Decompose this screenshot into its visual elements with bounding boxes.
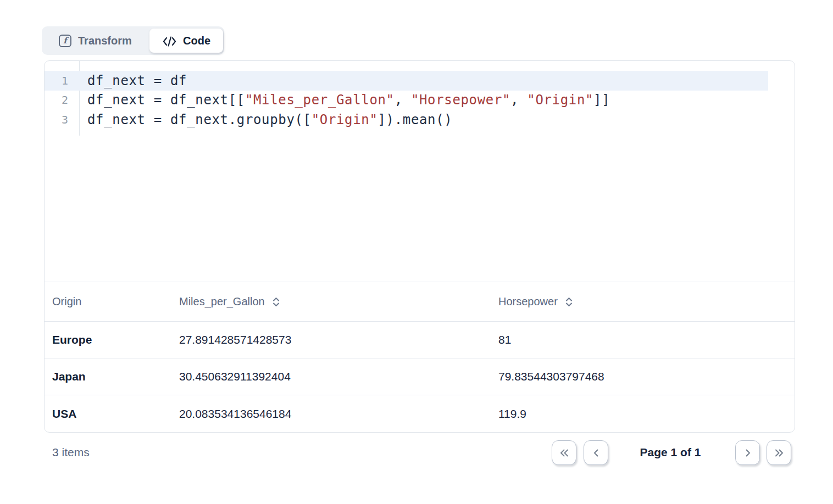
first-page-button[interactable] bbox=[552, 440, 576, 465]
table-row: USA20.083534136546184119.9 bbox=[45, 395, 795, 432]
column-label: Miles_per_Gallon bbox=[179, 295, 265, 308]
table-body: Europe27.89142857142857381Japan30.450632… bbox=[45, 322, 795, 432]
function-icon: f bbox=[59, 35, 71, 47]
column-label: Origin bbox=[52, 295, 81, 308]
code-line: 2df_next = df_next[["Miles_per_Gallon", … bbox=[45, 91, 795, 110]
code-line-text: df_next = df_next.groupby(["Origin"]).me… bbox=[79, 112, 452, 127]
code-line: 3df_next = df_next.groupby(["Origin"]).m… bbox=[45, 110, 795, 130]
tab-transform[interactable]: f Transform bbox=[42, 26, 132, 55]
column-header-horsepower: Horsepower bbox=[498, 295, 787, 308]
cell-miles-per-gallon: 30.450632911392404 bbox=[179, 370, 498, 383]
cell-origin: Europe bbox=[52, 333, 179, 346]
table-footer: 3 items Page 1 of 1 bbox=[44, 439, 795, 466]
tab-transform-label: Transform bbox=[78, 35, 132, 47]
cell-horsepower: 79.83544303797468 bbox=[498, 370, 787, 383]
cell-horsepower: 81 bbox=[498, 333, 787, 346]
code-line-text: df_next = df_next[["Miles_per_Gallon", "… bbox=[79, 92, 610, 108]
cell-origin: Japan bbox=[52, 370, 179, 383]
cell-miles-per-gallon: 20.083534136546184 bbox=[179, 407, 498, 421]
line-number: 2 bbox=[45, 93, 79, 107]
column-header-origin: Origin bbox=[52, 295, 179, 308]
page-indicator: Page 1 of 1 bbox=[595, 446, 746, 459]
transform-cell-panel: 1df_next = df2df_next = df_next[["Miles_… bbox=[44, 60, 795, 433]
code-line-text: df_next = df bbox=[79, 73, 187, 88]
table-header: Origin Miles_per_Gallon Horsepower bbox=[45, 282, 795, 322]
tab-code-label: Code bbox=[183, 35, 210, 47]
double-chevron-left-icon bbox=[559, 447, 570, 458]
sort-icon[interactable] bbox=[565, 296, 573, 307]
sort-icon[interactable] bbox=[272, 296, 280, 307]
items-count: 3 items bbox=[52, 446, 90, 459]
code-icon bbox=[162, 36, 177, 47]
line-number: 1 bbox=[45, 74, 79, 87]
tab-code[interactable]: Code bbox=[149, 29, 223, 53]
next-page-button[interactable] bbox=[735, 440, 760, 465]
code-editor[interactable]: 1df_next = df2df_next = df_next[["Miles_… bbox=[45, 61, 795, 282]
line-number: 3 bbox=[45, 113, 79, 126]
view-mode-tab-bar: f Transform Code bbox=[42, 26, 224, 55]
last-page-button[interactable] bbox=[767, 440, 791, 465]
cell-horsepower: 119.9 bbox=[498, 407, 787, 421]
table-row: Europe27.89142857142857381 bbox=[45, 322, 795, 359]
column-header-miles-per-gallon: Miles_per_Gallon bbox=[179, 295, 498, 308]
chevron-right-icon bbox=[742, 447, 753, 458]
cell-miles-per-gallon: 27.891428571428573 bbox=[179, 333, 498, 346]
code-lines: 1df_next = df2df_next = df_next[["Miles_… bbox=[45, 71, 795, 130]
column-label: Horsepower bbox=[498, 295, 558, 308]
table-row: Japan30.45063291139240479.83544303797468 bbox=[45, 359, 795, 395]
code-line: 1df_next = df bbox=[45, 71, 795, 91]
double-chevron-right-icon bbox=[774, 447, 785, 458]
cell-origin: USA bbox=[52, 407, 179, 421]
